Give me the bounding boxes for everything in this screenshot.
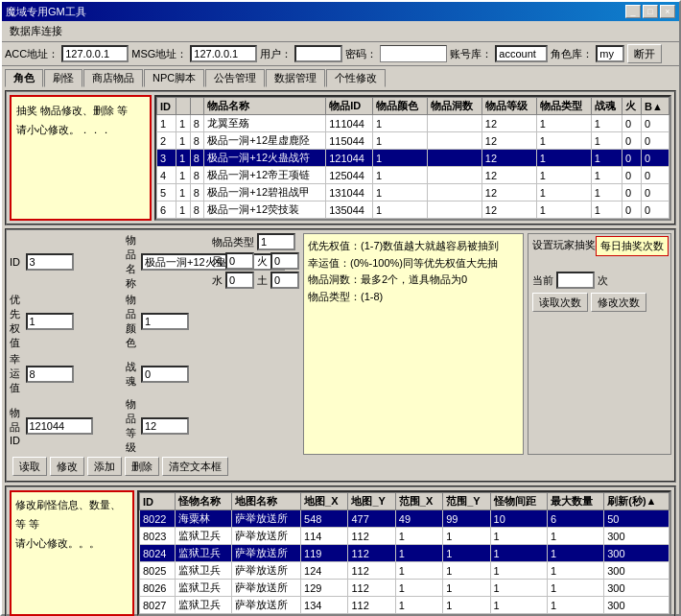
earth-label: 土 [257, 273, 268, 288]
m-col-name: 怪物名称 [175, 493, 231, 510]
msg-label: MSG地址： [131, 47, 187, 61]
water-earth-row: 水 土 [212, 272, 299, 289]
wind-row: 风 火 [212, 252, 299, 270]
msg-input[interactable] [190, 45, 257, 62]
item-modify-btn[interactable]: 修改 [50, 457, 84, 476]
notice-box: 抽奖 物品修改、删除 等 请小心修改。．．． [10, 95, 152, 221]
minimize-button[interactable]: _ [625, 5, 641, 18]
role-input[interactable] [596, 45, 624, 62]
table-row[interactable]: 318极品一洞+12火蛊战符1210441121100 [157, 150, 669, 167]
m-col-rx: 范围_X [395, 493, 442, 510]
item-read-btn[interactable]: 读取 [12, 457, 47, 476]
monster-notice-1: 修改刷怪信息、数量、等 等 [15, 496, 129, 534]
table-row[interactable]: 8025监狱卫兵萨举放送所1241121111300 [140, 562, 669, 580]
item-delete-btn[interactable]: 删除 [125, 457, 159, 476]
m-col-mx: 地图_X [301, 493, 348, 510]
acc-input[interactable] [61, 45, 129, 62]
col-level: 物品等级 [481, 98, 536, 115]
db-label: 账号库： [450, 47, 492, 61]
current-unit: 次 [598, 273, 608, 288]
item-table: ID 物品名称 物品ID 物品颜色 物品洞数 物品等级 物品类型 战魂 火 B▲ [156, 97, 669, 219]
level-field[interactable] [141, 417, 189, 435]
notice-line2: 请小心修改。．．． [16, 121, 145, 140]
type-field[interactable] [257, 233, 295, 250]
modify-count-btn[interactable]: 修改次数 [591, 293, 646, 312]
item-clear-btn[interactable]: 清空文本框 [162, 457, 228, 476]
monster-table: ID 怪物名称 地图名称 地图_X 地图_Y 范围_X 范围_Y 怪物间距 最大… [139, 492, 669, 614]
table-row[interactable]: 8023监狱卫兵萨举放送所1141121111300 [140, 528, 669, 545]
acc-toolbar: ACC地址： MSG地址： 用户： 密码： 账号库： 角色库： 断开 [2, 42, 679, 66]
pass-input[interactable] [380, 45, 447, 62]
col-fire: 火 [622, 98, 641, 115]
lottery-panel: 设置玩家抽奖次数。 每日抽奖次数 当前 次 读取次数 修改次数 [528, 233, 671, 455]
water-field[interactable] [225, 272, 254, 289]
tab-monster[interactable]: 刷怪 [44, 69, 82, 87]
db-input[interactable] [495, 45, 548, 62]
role-label: 角色库： [551, 47, 593, 61]
window-title: 魔域专用GM工具 [6, 5, 86, 19]
m-col-id: ID [140, 493, 176, 510]
maximize-button[interactable]: □ [643, 5, 658, 18]
table-row[interactable]: 518极品一洞+12碧祖战甲1310441121100 [157, 184, 669, 201]
priority-field[interactable] [26, 313, 74, 330]
color-field[interactable] [141, 313, 189, 330]
fire-field[interactable] [270, 252, 299, 270]
col-name: 物品名称 [204, 98, 326, 115]
luck-field[interactable] [26, 366, 74, 383]
read-count-btn[interactable]: 读取次数 [532, 293, 588, 312]
user-input[interactable] [294, 45, 342, 62]
soul-field[interactable] [141, 366, 189, 383]
item-id-field[interactable] [26, 253, 74, 271]
col-color: 物品颜色 [373, 98, 428, 115]
name-label2: 物品名称 [126, 233, 138, 291]
window-controls: _ □ × [625, 5, 675, 18]
tab-announce[interactable]: 公告管理 [205, 69, 265, 87]
lottery-btns: 读取次数 修改次数 [532, 293, 667, 312]
upper-section: 抽奖 物品修改、删除 等 请小心修改。．．． ID 物品名称 物品ID 物品颜色 [5, 90, 676, 225]
tabs-row: 角色 刷怪 商店物品 NPC脚本 公告管理 数据管理 个性修改 [5, 68, 676, 87]
m-col-map: 地图名称 [231, 493, 300, 510]
connect-btn[interactable]: 断开 [627, 44, 662, 63]
item-add-btn[interactable]: 添加 [87, 457, 122, 476]
hint1: 优先权值：(1-7)数值越大就越容易被抽到 [308, 238, 519, 255]
col-itemid: 物品ID [326, 98, 373, 115]
tab-shop[interactable]: 商店物品 [83, 69, 143, 87]
acc-label: ACC地址： [5, 47, 59, 61]
title-bar: 魔域专用GM工具 _ □ × [2, 2, 679, 21]
luck-label: 幸运值 [10, 352, 22, 395]
main-window: 魔域专用GM工具 _ □ × 数据库连接 ACC地址： MSG地址： 用户： 密… [0, 0, 681, 616]
col-b: B▲ [642, 98, 669, 115]
current-row: 当前 次 [532, 272, 667, 289]
table-row[interactable]: 218极品一洞+12星虚鹿陉1150441121100 [157, 132, 669, 150]
color-label2: 物品颜色 [126, 293, 138, 350]
monster-table-frame: ID 怪物名称 地图名称 地图_X 地图_Y 范围_X 范围_Y 怪物间距 最大… [137, 490, 671, 616]
wind-label: 风 [212, 254, 223, 269]
tab-npc[interactable]: NPC脚本 [144, 69, 204, 87]
table-row[interactable]: 8024监狱卫兵萨举放送所1191121111300 [140, 545, 669, 562]
close-button[interactable]: × [660, 5, 675, 18]
menu-db[interactable]: 数据库连接 [6, 23, 66, 39]
table-row[interactable]: 8026监狱卫兵萨举放送所1291121111300 [140, 580, 669, 597]
table-row[interactable]: 8022海粟林萨举放送所548477499910650 [140, 510, 669, 528]
wind-field[interactable] [225, 252, 254, 270]
table-row[interactable]: 418极品一洞+12帝王项链1250441121100 [157, 167, 669, 184]
user-label: 用户： [260, 47, 292, 61]
hint3: 物品洞数：最多2个，道具物品为0 [308, 272, 519, 289]
itemid-field[interactable] [26, 417, 93, 435]
tab-personal[interactable]: 个性修改 [326, 69, 386, 87]
m-col-ry: 范围_Y [443, 493, 490, 510]
item-detail-btns: 读取 修改 添加 删除 清空文本框 [10, 455, 671, 478]
menu-bar: 数据库连接 [2, 21, 679, 42]
hint-box: 优先权值：(1-7)数值越大就越容易被抽到 幸运值：(0%-100%)同等优先权… [303, 233, 524, 455]
itemid-label2: 物品ID [10, 406, 22, 446]
table-row[interactable]: 618极品一洞+12荧技装1350441121100 [157, 201, 669, 219]
main-area: 角色 刷怪 商店物品 NPC脚本 公告管理 数据管理 个性修改 抽奖 物品修改、… [2, 66, 679, 616]
tab-role[interactable]: 角色 [5, 69, 43, 87]
tab-data[interactable]: 数据管理 [266, 69, 325, 87]
col-holes: 物品洞数 [427, 98, 481, 115]
water-label: 水 [212, 273, 223, 288]
earth-field[interactable] [270, 272, 299, 289]
table-row[interactable]: 8027监狱卫兵萨举放送所1341121111300 [140, 597, 669, 614]
current-field[interactable] [556, 272, 595, 289]
table-row[interactable]: 118龙翼至殇1110441121100 [157, 115, 669, 132]
